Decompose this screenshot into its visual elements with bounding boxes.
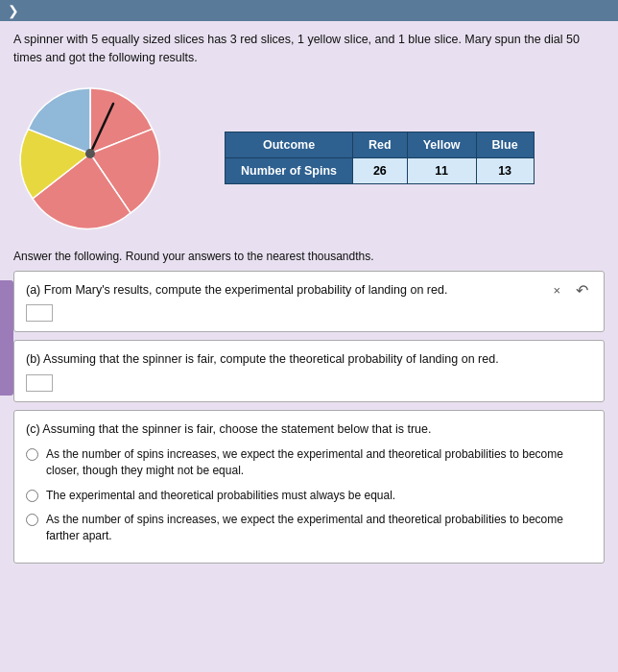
radio-opt1-label: As the number of spins increases, we exp…: [46, 446, 592, 480]
radio-opt1[interactable]: [26, 448, 38, 461]
yellow-value: 11: [407, 158, 476, 184]
part-b-label: (b) Assuming that the spinner is fair, c…: [26, 350, 592, 369]
part-a-input[interactable]: [26, 304, 53, 322]
x-undo-controls: × ↶: [549, 281, 592, 300]
part-c-box: (c) Assuming that the spinner is fair, c…: [13, 410, 605, 564]
radio-option-2: The experimental and theoretical probabi…: [26, 488, 592, 504]
radio-opt2-label: The experimental and theoretical probabi…: [46, 488, 395, 504]
undo-button[interactable]: ↶: [572, 281, 592, 300]
main-content: A spinner with 5 equally sized slices ha…: [0, 21, 618, 672]
outcome-header: Outcome: [226, 132, 353, 158]
red-value: 26: [353, 158, 408, 184]
svg-point-1: [85, 149, 95, 158]
part-b-input[interactable]: [26, 374, 53, 392]
spinner-table-section: Outcome Red Yellow Blue Number of Spins …: [13, 77, 605, 240]
outcome-table-container: Outcome Red Yellow Blue Number of Spins …: [225, 132, 535, 184]
chevron-icon[interactable]: ❯: [8, 3, 19, 18]
problem-description: A spinner with 5 equally sized slices ha…: [13, 31, 605, 67]
part-b-box: (b) Assuming that the spinner is fair, c…: [13, 340, 605, 402]
spins-label: Number of Spins: [226, 158, 353, 184]
part-a-box: × ↶ (a) From Mary's results, compute the…: [13, 271, 605, 333]
sidebar-left-accent: [0, 280, 13, 396]
radio-opt2[interactable]: [26, 490, 38, 502]
outcome-table: Outcome Red Yellow Blue Number of Spins …: [225, 132, 535, 184]
spinner-svg: [13, 77, 167, 230]
blue-header: Blue: [476, 132, 534, 158]
radio-opt3-label: As the number of spins increases, we exp…: [46, 512, 592, 545]
red-header: Red: [353, 132, 408, 158]
round-note: Answer the following. Round your answers…: [13, 250, 605, 263]
blue-value: 13: [476, 158, 534, 184]
radio-option-3: As the number of spins increases, we exp…: [26, 512, 592, 545]
radio-opt3[interactable]: [26, 514, 38, 526]
yellow-header: Yellow: [407, 132, 476, 158]
top-bar: ❯: [0, 0, 618, 21]
part-a-label: (a) From Mary's results, compute the exp…: [26, 281, 592, 300]
spinner-diagram: [13, 77, 186, 240]
part-c-label: (c) Assuming that the spinner is fair, c…: [26, 420, 592, 439]
x-button[interactable]: ×: [549, 283, 564, 298]
radio-option-1: As the number of spins increases, we exp…: [26, 446, 592, 480]
